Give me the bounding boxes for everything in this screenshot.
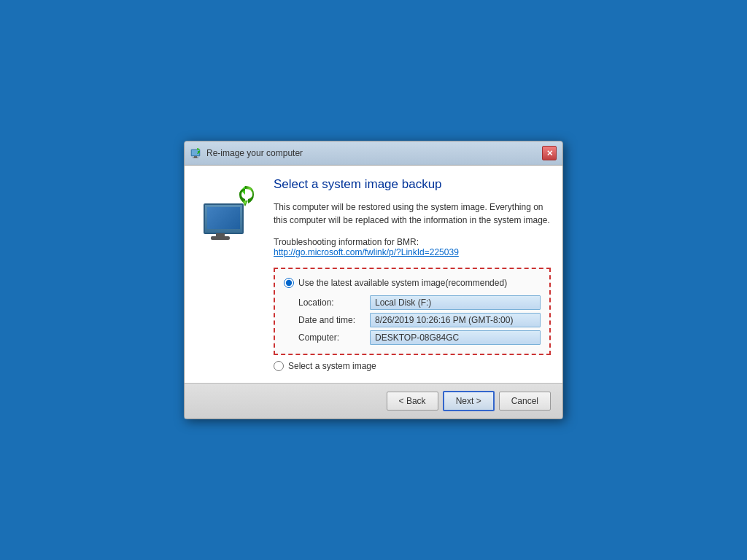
datetime-value: 8/26/2019 10:26:16 PM (GMT-8:00) (370, 313, 541, 327)
title-text: Re-image your computer (206, 148, 303, 158)
options-box: Use the latest available system image(re… (274, 268, 551, 355)
cancel-button[interactable]: Cancel (499, 392, 551, 411)
dialog-description: This computer will be restored using the… (274, 201, 551, 227)
computer-value: DESKTOP-08G84GC (370, 330, 541, 345)
svg-rect-2 (194, 156, 197, 158)
troubleshoot-info: Troubleshooting information for BMR: htt… (274, 237, 551, 257)
radio-latest-input[interactable] (284, 278, 294, 288)
computer-label: Computer: (298, 330, 364, 345)
dialog-heading: Select a system image backup (274, 177, 551, 192)
image-info-grid: Location: Local Disk (F:) Date and time:… (298, 295, 541, 345)
title-bar: Re-image your computer ✕ (185, 141, 562, 166)
title-bar-left: Re-image your computer (190, 147, 303, 159)
dialog-icon-area (196, 177, 262, 371)
svg-marker-4 (242, 201, 248, 206)
dialog-title-icon (190, 147, 202, 159)
radio-latest-label: Use the latest available system image(re… (298, 278, 507, 288)
next-button[interactable]: Next > (443, 391, 495, 411)
radio-select-input[interactable] (274, 361, 284, 371)
computer-restore-icon (200, 183, 258, 241)
troubleshoot-link[interactable]: http://go.microsoft.com/fwlink/p/?LinkId… (274, 247, 459, 257)
dialog-body: Select a system image backup This comput… (185, 166, 562, 383)
back-button[interactable]: < Back (387, 392, 438, 411)
location-value: Local Disk (F:) (370, 295, 541, 310)
dialog-content: Select a system image backup This comput… (274, 177, 551, 371)
radio-select-label: Select a system image (288, 361, 376, 371)
monitor-stand (211, 236, 230, 240)
main-dialog: Re-image your computer ✕ (184, 141, 563, 419)
datetime-label: Date and time: (298, 313, 364, 327)
monitor-screen (207, 207, 240, 229)
close-button[interactable]: ✕ (542, 146, 557, 160)
dialog-footer: < Back Next > Cancel (185, 383, 562, 419)
radio-option-select: Select a system image (274, 361, 551, 371)
troubleshoot-prefix: Troubleshooting information for BMR: (274, 237, 419, 247)
svg-rect-3 (193, 158, 198, 158)
green-arrow-icon (233, 184, 257, 208)
monitor-shape (204, 203, 244, 234)
radio-option-latest: Use the latest available system image(re… (284, 278, 541, 288)
location-label: Location: (298, 295, 364, 310)
